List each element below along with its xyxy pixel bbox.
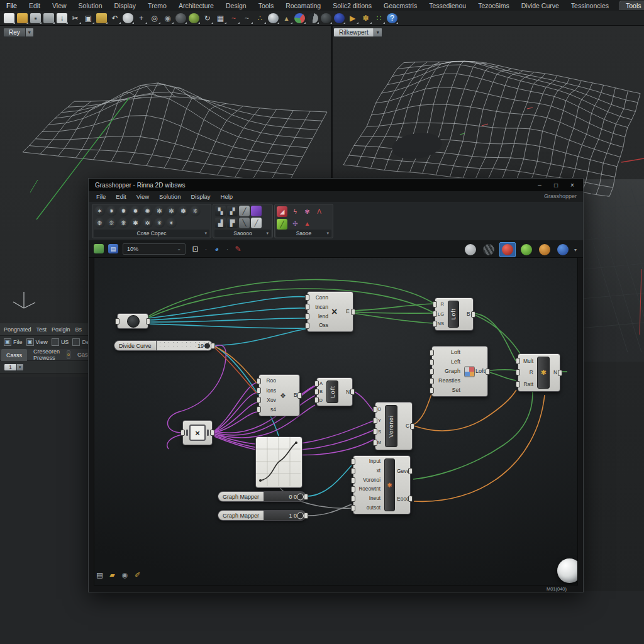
component-icon[interactable]: ❊ [106,218,117,228]
node-curve-param[interactable] [117,313,148,329]
panel-checkbox[interactable]: US [52,338,69,346]
component-icon[interactable]: ✷ [106,206,117,216]
viewport-title-dropdown-right[interactable]: Rilkewpert ▾ [333,28,382,37]
menu-item[interactable]: Solic2 ditions [331,1,373,10]
component-icon[interactable]: ❈ [190,206,201,216]
graph-mapper-slider-2[interactable]: Graph Mapper 1 0 [218,510,306,521]
palette-group-label[interactable]: Saooe ▾ [276,230,331,237]
cut-icon[interactable]: ✂ [70,13,80,23]
status-pen-icon[interactable]: ✐ [133,571,142,579]
display-orange-ball-icon[interactable] [537,243,552,257]
menu-item[interactable]: View [51,1,68,10]
menu-item[interactable]: Design [225,1,248,10]
zoom-level-select[interactable]: 10% ⌄ [123,243,186,255]
component-icon[interactable]: ❉ [94,218,105,228]
menu-item[interactable]: Rocamating [284,1,322,10]
node-voronoi-big[interactable]: InputxtVoronoiRoeowtntIneutoutsot ✱ Geve… [353,455,411,514]
render-ball-icon[interactable] [294,13,305,23]
display-gray-ball-icon[interactable] [463,243,478,257]
divide-curve-slider[interactable]: Divide Curve 19 [114,340,213,351]
grasshopper-canvas[interactable]: Divide Curve 19 ConntncanlendOss × E [94,257,578,586]
save-icon[interactable]: ▪ [30,13,41,23]
component-icon[interactable]: Λ [314,206,325,217]
chevron-down-icon[interactable]: ▾ [26,28,34,37]
component-icon[interactable]: ╱ [251,218,262,228]
display-striped-ball-icon[interactable] [481,243,496,257]
palette-group-label[interactable]: Cose Copec ▾ [94,230,209,237]
component-icon[interactable]: ✹ [130,206,141,216]
viewport-layout-icon[interactable]: ▦ [215,13,226,23]
component-icon[interactable]: ✻ [154,206,165,216]
node-loft-big[interactable]: LoftLeftGraphReastiesSet Loft [431,346,488,397]
preview-eye-icon[interactable]: ◕ [211,244,222,254]
node-roo[interactable]: RooionsXovs4 ❖ B [258,374,300,416]
display-red-ball-icon[interactable] [499,242,516,257]
component-icon[interactable]: ✲ [142,218,153,228]
graph-mapper-slider-1[interactable]: Graph Mapper 0 0 [218,491,306,502]
panel-tab[interactable]: Pongnated [4,326,31,333]
display-blue-ball-icon[interactable] [555,243,570,257]
component-icon[interactable]: ϟ [290,206,301,217]
component-icon[interactable]: ◢ [277,206,287,217]
maximize-button[interactable]: □ [548,179,564,191]
component-icon[interactable]: ✱ [130,218,141,228]
component-icon[interactable]: ❋ [118,218,129,228]
slider-knob[interactable] [297,512,304,519]
component-icon[interactable]: ╱ [277,219,287,230]
menu-item[interactable]: File [5,1,18,10]
grasshopper-titlebar[interactable]: Grasshopper - Rinna 2D wibsws – □ × [89,179,583,191]
menu-item[interactable]: Divide Curve [520,1,560,10]
component-icon[interactable]: ✼ [166,206,177,216]
gray-swoosh-icon[interactable]: ~ [242,13,252,23]
menu-item[interactable]: Solution [77,1,104,10]
rotate-view-icon[interactable]: ↻ [202,13,213,23]
red-swoosh-icon[interactable]: ~ [228,13,239,23]
menu-item[interactable]: Tremo [147,1,168,10]
status-record-icon[interactable]: ◉ [121,571,129,579]
component-icon[interactable]: ✸ [118,206,129,216]
green-dots-icon[interactable]: ∷ [374,13,384,23]
component-icon[interactable]: ✺ [142,206,153,216]
panel-tab[interactable]: Bs [75,326,82,333]
component-icon[interactable]: ✽ [178,206,189,216]
chevron-down-icon[interactable]: ▾ [574,247,577,253]
page-selector[interactable]: 1 ▾ [4,364,24,371]
zoom-window-icon[interactable]: ◉ [162,13,173,23]
component-icon[interactable]: ▲ [302,219,313,230]
panel-tab[interactable]: Test [36,326,47,333]
graph-mapper-display[interactable] [255,436,303,488]
navy-ball-icon[interactable] [334,13,345,23]
zoom-selected-icon[interactable] [189,13,199,23]
display-green-ball-icon[interactable] [519,243,534,257]
component-icon[interactable]: ✶ [94,206,105,216]
menu-item[interactable]: Display [113,1,137,10]
component-icon[interactable]: ╱ [239,206,250,216]
dark-ball-icon[interactable] [321,13,331,23]
shaded-sphere-icon[interactable] [175,13,186,23]
zoom-extents-icon[interactable]: ⊡ [190,244,201,254]
node-cross-reference[interactable]: ConntncanlendOss × E [307,291,353,332]
slider-track[interactable]: 0 0 [264,491,306,502]
zoom-icon[interactable]: ◎ [149,13,160,23]
print-icon[interactable] [43,13,54,23]
gold-arrow-icon[interactable]: ▶ [347,13,358,23]
menu-item[interactable]: Tezoc6ims [477,1,511,10]
slider-knob[interactable] [204,342,211,349]
half-ball-icon[interactable] [308,13,318,23]
component-icon[interactable]: ▟ [215,218,226,228]
paste-icon[interactable] [96,13,107,23]
component-icon[interactable]: ▚ [215,206,226,216]
menu-item[interactable]: Tessinoncies [570,1,610,10]
canvas-save-icon[interactable]: ▤ [108,244,118,253]
component-icon[interactable]: ✳ [154,218,165,228]
chevron-down-icon[interactable]: ▾ [374,28,382,37]
canvas-trackball[interactable] [557,558,578,583]
undo-icon[interactable]: ↶ [109,13,120,23]
menu-item[interactable]: Tools [257,1,275,10]
status-gold-icon[interactable]: ▰ [108,571,116,579]
copy-icon[interactable]: ▣ [83,13,94,23]
menu-item[interactable]: Geacmstris [382,1,418,10]
viewport-title-dropdown-left[interactable]: Rey ▾ [3,28,34,37]
menu-item[interactable]: Tessedienou [428,1,467,10]
panel-tab[interactable]: Poxigin [52,326,70,333]
